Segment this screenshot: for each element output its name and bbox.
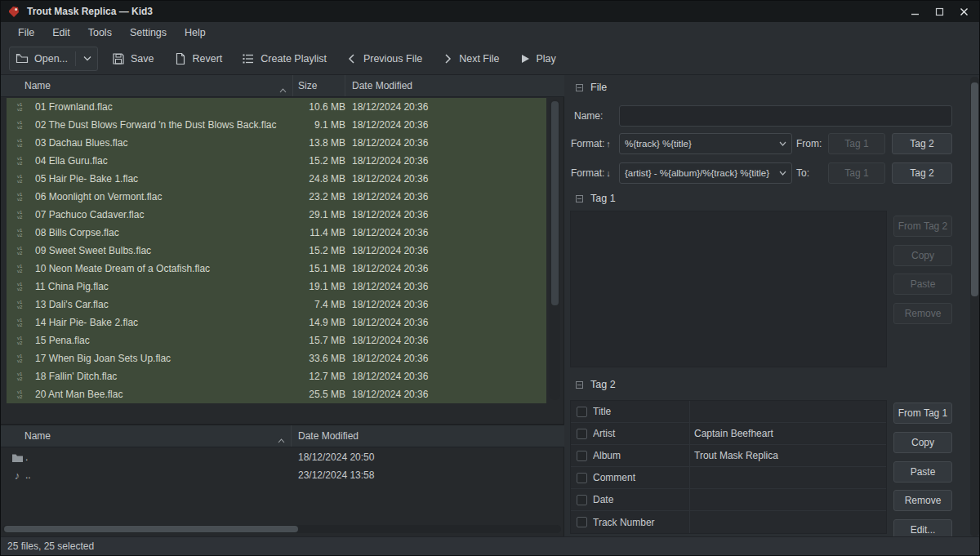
revert-button[interactable]: Revert (168, 47, 229, 70)
dir-column-header-name[interactable]: Name (1, 425, 292, 447)
field-checkbox[interactable] (577, 407, 587, 417)
field-checkbox[interactable] (577, 495, 587, 505)
file-modified: 18/12/2024 20:36 (345, 353, 546, 364)
tree-gutter (1, 278, 7, 296)
maximize-button[interactable] (930, 4, 948, 19)
file-row[interactable]: 06 Moonlight on Vermont.flac 23.2 MB 18/… (1, 188, 546, 206)
file-modified: 18/12/2024 20:36 (345, 335, 546, 346)
file-section-header[interactable]: File (576, 82, 607, 93)
file-list-scrollbar-thumb[interactable] (551, 101, 559, 305)
tag2-from-tag1-button[interactable]: From Tag 1 (893, 403, 952, 424)
menu-settings[interactable]: Settings (121, 24, 176, 41)
dir-column-header-date[interactable]: Date Modified (292, 425, 564, 447)
filename-to-tag1-button[interactable]: Tag 1 (828, 162, 885, 184)
file-size: 15.7 MB (293, 335, 345, 346)
field-value[interactable]: Trout Mask Replica (689, 445, 886, 466)
create-playlist-label: Create Playlist (261, 53, 327, 64)
file-row[interactable]: 09 Sweet Sweet Bulbs.flac 15.2 MB 18/12/… (1, 242, 546, 260)
tag2-remove-button[interactable]: Remove (893, 490, 952, 511)
file-size: 29.1 MB (293, 209, 345, 220)
menu-tools[interactable]: Tools (79, 24, 121, 41)
close-button[interactable] (955, 4, 973, 19)
field-checkbox[interactable] (577, 429, 587, 439)
file-row[interactable]: 03 Dachau Blues.flac 13.8 MB 18/12/2024 … (1, 134, 546, 152)
file-name: 06 Moonlight on Vermont.flac (35, 191, 293, 202)
file-name: 02 The Dust Blows Forward 'n the Dust Bl… (35, 119, 293, 131)
tag2-edit-button[interactable]: Edit... (893, 519, 952, 538)
file-row[interactable]: 01 Frownland.flac 10.6 MB 18/12/2024 20:… (1, 98, 546, 116)
previous-file-button[interactable]: Previous File (341, 48, 428, 69)
file-size: 7.4 MB (293, 299, 345, 310)
arrow-down-icon: ↓ (606, 168, 611, 178)
format-from-combobox[interactable]: %{track} %{title} (619, 133, 792, 154)
horizontal-scrollbar-thumb[interactable] (4, 526, 298, 532)
filename-to-tag2-button[interactable]: Tag 2 (892, 162, 952, 184)
file-list-scrollbar[interactable] (550, 100, 560, 400)
file-modified: 18/12/2024 20:36 (345, 245, 546, 256)
tree-gutter (1, 224, 7, 242)
main-content: Name Size Date Modified (1, 75, 980, 538)
file-row[interactable]: 08 Bills Corpse.flac 11.4 MB 18/12/2024 … (1, 224, 546, 242)
tag1-paste-button[interactable]: Paste (893, 274, 952, 295)
file-row[interactable]: 15 Pena.flac 15.7 MB 18/12/2024 20:36 (1, 331, 546, 349)
filename-from-tag1-button[interactable]: Tag 1 (828, 133, 885, 154)
app-icon (7, 6, 20, 18)
chevron-down-icon[interactable] (83, 56, 91, 61)
play-button[interactable]: Play (514, 48, 562, 69)
open-button[interactable]: Open... (9, 47, 98, 71)
file-modified: 18/12/2024 20:36 (345, 317, 546, 328)
column-header-date[interactable]: Date Modified (345, 75, 564, 96)
field-checkbox[interactable] (577, 517, 587, 527)
collapse-icon[interactable] (576, 195, 583, 202)
tag2-paste-button[interactable]: Paste (893, 461, 952, 483)
file-row[interactable]: 13 Dali's Car.flac 7.4 MB 18/12/2024 20:… (1, 296, 546, 314)
tag-v1-v2-icon (17, 138, 30, 148)
create-playlist-button[interactable]: Create Playlist (236, 47, 332, 70)
menu-help[interactable]: Help (176, 24, 215, 41)
tag1-from-tag2-button[interactable]: From Tag 2 (893, 216, 952, 237)
field-checkbox[interactable] (577, 451, 587, 461)
filename-input[interactable] (619, 105, 952, 127)
collapse-icon[interactable] (576, 381, 583, 389)
tag1-section-header[interactable]: Tag 1 (576, 193, 616, 204)
tag-v1-v2-icon (17, 156, 30, 166)
field-checkbox[interactable] (577, 473, 587, 483)
save-button[interactable]: Save (106, 47, 160, 70)
file-row[interactable]: 11 China Pig.flac 19.1 MB 18/12/2024 20:… (1, 278, 546, 296)
format-to-combobox[interactable]: {artist} - %{album}/%{track} %{title} (619, 162, 792, 184)
file-name: 03 Dachau Blues.flac (35, 137, 293, 149)
format-to-label: Format:↓ (571, 162, 611, 184)
tag2-section-header[interactable]: Tag 2 (576, 379, 616, 390)
field-value[interactable]: Captain Beefheart (689, 423, 886, 444)
file-row[interactable]: 04 Ella Guru.flac 15.2 MB 18/12/2024 20:… (1, 152, 546, 170)
collapse-icon[interactable] (576, 84, 583, 91)
filename-from-tag2-button[interactable]: Tag 2 (892, 133, 952, 154)
next-file-button[interactable]: Next File (436, 48, 505, 69)
file-row[interactable]: 18 Fallin' Ditch.flac 12.7 MB 18/12/2024… (1, 367, 546, 385)
field-value[interactable] (689, 511, 886, 533)
file-row[interactable]: 02 The Dust Blows Forward 'n the Dust Bl… (1, 116, 546, 134)
file-row[interactable]: 07 Pachuco Cadaver.flac 29.1 MB 18/12/20… (1, 206, 546, 224)
file-row[interactable]: 05 Hair Pie- Bake 1.flac 24.8 MB 18/12/2… (1, 170, 546, 188)
horizontal-scrollbar[interactable] (2, 525, 561, 533)
dir-row[interactable]: ♪ .. 23/12/2024 13:58 (1, 466, 564, 484)
column-header-name[interactable]: Name (1, 75, 293, 96)
menu-file[interactable]: File (9, 24, 43, 41)
open-split-divider (75, 51, 76, 66)
tag1-copy-button[interactable]: Copy (893, 245, 952, 266)
tag-panel-scrollbar-thumb[interactable] (971, 82, 978, 296)
field-value[interactable] (689, 489, 886, 510)
field-value[interactable] (689, 401, 886, 422)
tag1-remove-button[interactable]: Remove (893, 303, 952, 324)
file-row[interactable]: 14 Hair Pie- Bake 2.flac 14.9 MB 18/12/2… (1, 314, 546, 331)
file-row[interactable]: 10 Neon Meate Dream of a Octafish.flac 1… (1, 260, 546, 278)
minimize-button[interactable] (906, 4, 924, 19)
file-row[interactable]: 17 When Big Joan Sets Up.flac 33.6 MB 18… (1, 349, 546, 367)
menu-edit[interactable]: Edit (43, 24, 79, 41)
column-header-size[interactable]: Size (293, 75, 345, 96)
dir-row[interactable]: . 18/12/2024 20:50 (1, 448, 564, 466)
field-value[interactable] (689, 467, 886, 488)
tag-panel-scrollbar[interactable] (970, 77, 979, 536)
tag2-copy-button[interactable]: Copy (893, 432, 952, 453)
file-row[interactable]: 20 Ant Man Bee.flac 25.5 MB 18/12/2024 2… (1, 385, 546, 403)
